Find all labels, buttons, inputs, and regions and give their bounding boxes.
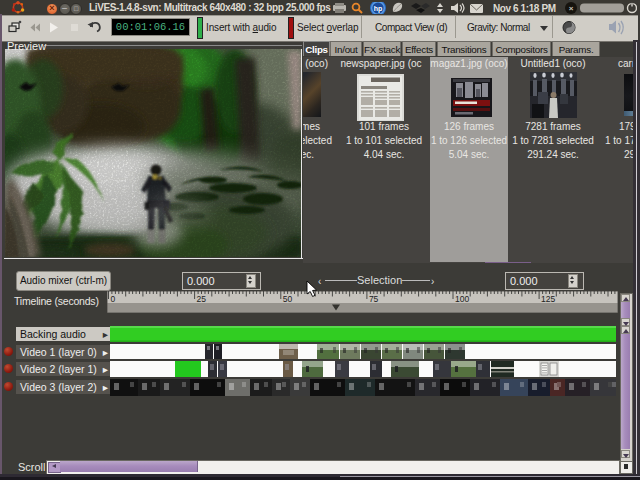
svg-text:100: 100 [455,294,469,304]
svg-text:75: 75 [369,294,379,304]
svg-text:hp: hp [374,5,383,13]
svg-text:Nov 6 1:18 PM: Nov 6 1:18 PM [493,3,556,14]
svg-text:125: 125 [541,294,555,304]
svg-text:0: 0 [111,294,116,304]
svg-text:×: × [569,4,574,13]
svg-text:50: 50 [283,294,293,304]
svg-text:25: 25 [197,294,207,304]
